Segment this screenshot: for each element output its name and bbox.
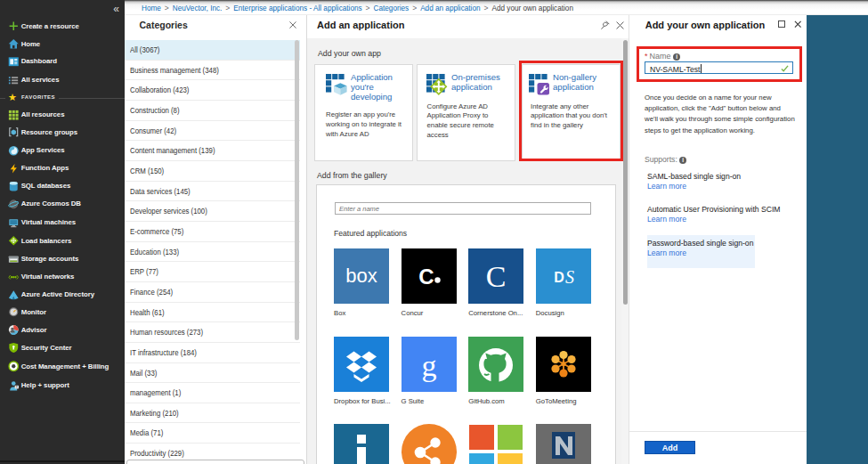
svg-text:C: C <box>486 260 507 293</box>
svg-text:g: g <box>421 349 436 382</box>
svg-text:S: S <box>565 267 574 287</box>
svg-text:box: box <box>345 265 377 287</box>
svg-text:?: ? <box>15 385 17 388</box>
svg-text:C: C <box>418 265 434 289</box>
svg-text:D: D <box>554 270 564 285</box>
